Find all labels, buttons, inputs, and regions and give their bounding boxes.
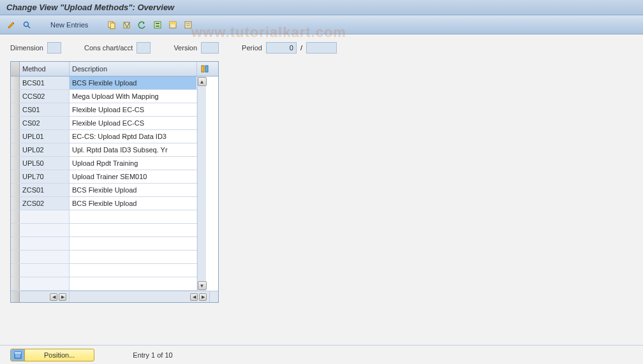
cell-description[interactable]: Upload Rpdt Training	[70, 157, 197, 170]
row-selector[interactable]	[11, 197, 20, 210]
scroll-up-button[interactable]: ▲	[198, 77, 207, 86]
period-separator: /	[300, 44, 302, 52]
table-row[interactable]: CS01Flexible Upload EC-CS	[11, 103, 197, 117]
row-selector[interactable]	[11, 251, 20, 263]
table-row[interactable]: UPL02Upl. Rptd Data ID3 Subseq. Yr	[11, 143, 197, 157]
row-selector[interactable]	[11, 184, 20, 196]
select-all-icon[interactable]	[151, 18, 164, 31]
cons-chart-label: Cons chart/acct	[84, 44, 133, 52]
table-row[interactable]	[11, 237, 197, 251]
cell-method[interactable]: UPL01	[20, 130, 70, 143]
cell-description[interactable]: Mega Upload With Mapping	[70, 90, 197, 103]
cons-chart-field[interactable]	[137, 42, 151, 54]
cell-description[interactable]: EC-CS: Upload Rptd Data ID3	[70, 130, 197, 143]
undo-change-icon[interactable]	[136, 18, 149, 31]
row-selector[interactable]	[11, 130, 20, 143]
period-year-field[interactable]	[306, 42, 337, 54]
cell-method[interactable]	[20, 210, 70, 223]
row-selector[interactable]	[11, 103, 20, 116]
cell-description[interactable]	[70, 264, 197, 277]
svg-rect-5	[154, 22, 161, 28]
row-selector[interactable]	[11, 264, 20, 277]
page-title: Change View "Upload Methods": Overview	[6, 3, 174, 12]
position-button[interactable]: Position...	[10, 349, 94, 361]
dimension-field[interactable]	[47, 42, 61, 54]
period-field[interactable]	[266, 42, 297, 54]
grid-header-selector[interactable]	[11, 62, 20, 76]
grid-body: BCS01BCS Flexible UploadCCS02Mega Upload…	[11, 76, 197, 291]
table-row[interactable]: ZCS02BCS Flexible Upload	[11, 197, 197, 210]
cell-method[interactable]: CS01	[20, 103, 70, 116]
row-selector[interactable]	[11, 224, 20, 237]
cell-description[interactable]: BCS Flexible Upload	[70, 184, 197, 196]
cell-method[interactable]: CCS02	[20, 90, 70, 103]
cell-method[interactable]	[20, 264, 70, 277]
cell-description[interactable]: Flexible Upload EC-CS	[70, 117, 197, 129]
hscroll-left2-button[interactable]: ◀	[190, 293, 198, 301]
cell-method[interactable]	[20, 224, 70, 237]
table-row[interactable]: BCS01BCS Flexible Upload	[11, 76, 197, 90]
table-row[interactable]	[11, 224, 197, 237]
table-row[interactable]: CCS02Mega Upload With Mapping	[11, 90, 197, 103]
other-view-icon[interactable]	[20, 18, 33, 31]
table-row[interactable]: ZCS01BCS Flexible Upload	[11, 184, 197, 197]
row-selector[interactable]	[11, 237, 20, 250]
grid-configure-icon[interactable]	[197, 62, 212, 76]
cell-method[interactable]: BCS01	[20, 76, 70, 89]
cell-description[interactable]: Upload Trainer SEM010	[70, 170, 197, 183]
cell-description[interactable]: BCS Flexible Upload	[70, 76, 197, 89]
position-icon	[11, 349, 25, 361]
svg-rect-10	[185, 22, 191, 28]
row-selector[interactable]	[11, 210, 20, 223]
horizontal-scrollbar[interactable]: ◀ ▶ ◀ ▶	[11, 291, 218, 302]
table-row[interactable]	[11, 210, 197, 224]
cell-method[interactable]	[20, 277, 70, 290]
cell-description[interactable]: Flexible Upload EC-CS	[70, 103, 197, 116]
dimension-label: Dimension	[10, 44, 43, 52]
cell-method[interactable]	[20, 237, 70, 250]
hscroll-right-button[interactable]: ▶	[59, 293, 66, 301]
row-selector[interactable]	[11, 157, 20, 170]
toggle-display-change-icon[interactable]	[5, 18, 18, 31]
table-row[interactable]	[11, 264, 197, 277]
delete-icon[interactable]	[121, 18, 133, 31]
cell-method[interactable]: ZCS01	[20, 184, 70, 196]
table-row[interactable]: CS02Flexible Upload EC-CS	[11, 117, 197, 130]
grid-col-method[interactable]: Method	[20, 62, 70, 76]
version-field[interactable]	[201, 42, 219, 54]
vertical-scrollbar[interactable]: ▲ ▼	[197, 76, 206, 291]
cell-method[interactable]: UPL50	[20, 157, 70, 170]
row-selector[interactable]	[11, 170, 20, 183]
hscroll-right2-button[interactable]: ▶	[199, 293, 207, 301]
hscroll-left-button[interactable]: ◀	[50, 293, 57, 301]
cell-description[interactable]	[70, 277, 197, 290]
cell-description[interactable]: Upl. Rptd Data ID3 Subseq. Yr	[70, 143, 197, 156]
new-entries-button[interactable]: New Entries	[45, 19, 94, 31]
cell-method[interactable]	[20, 251, 70, 263]
row-selector[interactable]	[11, 277, 20, 290]
cell-description[interactable]	[70, 251, 197, 263]
cell-method[interactable]: UPL70	[20, 170, 70, 183]
grid-col-description[interactable]: Description	[70, 62, 197, 76]
cell-method[interactable]: ZCS02	[20, 197, 70, 210]
cell-method[interactable]: UPL02	[20, 143, 70, 156]
cell-description[interactable]	[70, 224, 197, 237]
row-selector[interactable]	[11, 117, 20, 129]
row-selector[interactable]	[11, 90, 20, 103]
scroll-down-button[interactable]: ▼	[198, 281, 207, 290]
table-row[interactable]: UPL01EC-CS: Upload Rptd Data ID3	[11, 130, 197, 143]
scroll-track[interactable]	[198, 87, 206, 280]
table-row[interactable]	[11, 251, 197, 264]
table-row[interactable]: UPL70Upload Trainer SEM010	[11, 170, 197, 184]
cell-description[interactable]	[70, 210, 197, 223]
table-row[interactable]: UPL50Upload Rpdt Training	[11, 157, 197, 170]
cell-method[interactable]: CS02	[20, 117, 70, 129]
table-row[interactable]	[11, 277, 197, 291]
row-selector[interactable]	[11, 76, 20, 89]
cell-description[interactable]	[70, 237, 197, 250]
deselect-all-icon[interactable]	[182, 18, 195, 31]
cell-description[interactable]: BCS Flexible Upload	[70, 197, 197, 210]
copy-as-icon[interactable]	[105, 18, 118, 31]
select-block-icon[interactable]	[166, 18, 179, 31]
row-selector[interactable]	[11, 143, 20, 156]
